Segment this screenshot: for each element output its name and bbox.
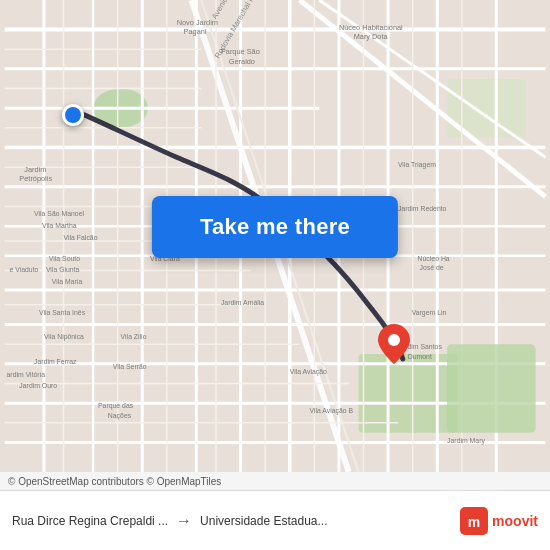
- svg-text:Vila Serrão: Vila Serrão: [113, 363, 147, 370]
- app: Rodovia Marechal Rondo Avenida N Jardim …: [0, 0, 550, 550]
- svg-text:Vila Nipônica: Vila Nipônica: [44, 333, 84, 341]
- svg-text:Vila Aviação: Vila Aviação: [290, 368, 327, 376]
- map-container: Rodovia Marechal Rondo Avenida N Jardim …: [0, 0, 550, 472]
- svg-text:Pagani: Pagani: [184, 27, 207, 36]
- svg-text:Jardim: Jardim: [24, 165, 46, 174]
- svg-text:Jardim Ferraz: Jardim Ferraz: [34, 358, 77, 365]
- svg-text:Vila Souto: Vila Souto: [49, 255, 80, 262]
- svg-text:Núcleo Ha: Núcleo Ha: [418, 255, 450, 262]
- svg-text:Petrópolis: Petrópolis: [19, 174, 52, 183]
- svg-text:Jardim Redento: Jardim Redento: [398, 205, 447, 212]
- attribution-text: © OpenStreetMap contributors © OpenMapTi…: [8, 476, 221, 487]
- arrow-icon: →: [176, 512, 192, 530]
- route-info: Rua Dirce Regina Crepaldi ... → Universi…: [12, 512, 452, 530]
- destination-marker: [378, 324, 410, 364]
- svg-text:Vila Zillo: Vila Zillo: [121, 333, 147, 340]
- svg-text:Vila Giunta: Vila Giunta: [46, 266, 80, 273]
- take-me-there-button[interactable]: Take me there: [152, 196, 398, 258]
- map-attribution: © OpenStreetMap contributors © OpenMapTi…: [0, 472, 550, 490]
- svg-text:Jardim Amália: Jardim Amália: [221, 299, 264, 306]
- svg-text:Parque São: Parque São: [221, 47, 260, 56]
- moovit-text: moovit: [492, 513, 538, 529]
- svg-text:Nações: Nações: [108, 412, 132, 420]
- svg-text:Dumont: Dumont: [408, 353, 432, 360]
- origin-label: Rua Dirce Regina Crepaldi ...: [12, 514, 168, 528]
- destination-label: Universidade Estadua...: [200, 514, 327, 528]
- svg-text:Vila São Manoel: Vila São Manoel: [34, 210, 84, 217]
- origin-marker: [62, 104, 84, 126]
- svg-text:Vila Aviação B: Vila Aviação B: [309, 407, 353, 415]
- svg-text:Núceo Habitacional: Núceo Habitacional: [339, 23, 403, 32]
- svg-text:Vargem Lin: Vargem Lin: [412, 309, 447, 317]
- svg-text:Jardim Ouro: Jardim Ouro: [19, 382, 57, 389]
- svg-rect-2: [359, 354, 457, 433]
- svg-text:Novo Jardim: Novo Jardim: [177, 18, 218, 27]
- svg-text:Vila Triagem: Vila Triagem: [398, 161, 436, 169]
- svg-text:Jardim Mary: Jardim Mary: [447, 437, 485, 445]
- svg-text:ardim Vitória: ardim Vitória: [7, 371, 46, 378]
- moovit-icon: m: [460, 507, 488, 535]
- svg-text:Vila Falcão: Vila Falcão: [64, 234, 98, 241]
- svg-text:Mary Dota: Mary Dota: [354, 32, 389, 41]
- svg-text:Vila Santa Inês: Vila Santa Inês: [39, 309, 86, 316]
- svg-text:José de: José de: [420, 264, 444, 271]
- svg-rect-50: [447, 344, 535, 433]
- moovit-logo: m moovit: [460, 507, 538, 535]
- svg-text:e Viaduto: e Viaduto: [10, 266, 39, 273]
- svg-text:Geraldo: Geraldo: [229, 57, 255, 66]
- svg-text:m: m: [468, 514, 480, 530]
- svg-text:Vila Martha: Vila Martha: [42, 222, 77, 229]
- svg-text:Vila Maria: Vila Maria: [52, 278, 83, 285]
- svg-text:Parque das: Parque das: [98, 402, 134, 410]
- svg-point-91: [388, 334, 400, 346]
- bottom-bar: Rua Dirce Regina Crepaldi ... → Universi…: [0, 490, 550, 550]
